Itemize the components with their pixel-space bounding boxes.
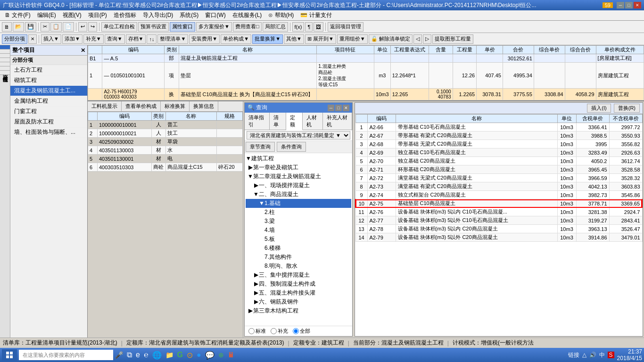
toolbar-local-summary[interactable]: 局部汇总: [263, 22, 288, 32]
tree-node-rebar[interactable]: ▶六、钢筋及钢件: [246, 297, 351, 306]
sidebar-item-earthwork[interactable]: 土石方工程: [10, 65, 87, 75]
province-select[interactable]: 湖北省房屋建筑与装饰工程:消耗量定 ▼: [247, 131, 350, 140]
tab-quota[interactable]: 定额: [286, 113, 303, 130]
mat-row[interactable]: 21000000010021人技工: [88, 129, 243, 138]
toolbar-redo[interactable]: ↪: [88, 22, 97, 32]
toolbar2-supplement[interactable]: 补充▼: [83, 34, 104, 44]
tab-chapter-search[interactable]: 章节查询: [246, 142, 275, 152]
menu-file[interactable]: 🗎 文件(F): [2, 10, 33, 20]
tab-replace-info[interactable]: 换算信息: [190, 101, 218, 111]
tree-node-ch2[interactable]: ▼第二章混凝土及钢筋混凝土: [246, 172, 351, 181]
tab-list[interactable]: 清单: [270, 113, 286, 130]
toolbar-undo[interactable]: ↩: [78, 22, 87, 32]
taskbar-blue-icon[interactable]: ●: [197, 351, 201, 359]
result-row[interactable]: 4 A2-69 独立基础 C10毛石商品混凝土 10m3 3283.49 292…: [355, 148, 642, 157]
toolbar2-unlock[interactable]: 🔓 解除清单锁定: [369, 34, 413, 44]
tree-node-joint-grouting[interactable]: ▶五、混凝土构件接头灌: [246, 288, 351, 297]
tree-node-beam[interactable]: 3.梁: [246, 217, 351, 226]
toolbar2-query[interactable]: 查询▼: [105, 34, 125, 44]
result-row[interactable]: 3 A2-68 带形基础 无梁式 C20商品混凝土 10m3 3995 3556…: [355, 140, 642, 148]
radio-all[interactable]: [293, 328, 299, 334]
panel-close-btn[interactable]: ✕: [343, 105, 349, 111]
toolbar2-other[interactable]: 其他▼: [284, 34, 304, 44]
toolbar2-sort[interactable]: ↑↓: [147, 34, 157, 44]
menu-online[interactable]: 在线服务(L): [230, 10, 265, 20]
menu-payment[interactable]: 💳 计量支付: [297, 10, 334, 20]
toolbar2-arrange[interactable]: 整理清单▼: [157, 34, 188, 44]
menu-project[interactable]: 项目(P): [85, 10, 110, 20]
radio-standard-label[interactable]: 标准: [248, 328, 266, 335]
toolbar-copy[interactable]: 📋: [50, 22, 62, 32]
toolbar-para[interactable]: ¶: [305, 22, 313, 32]
sidebar-item-metal[interactable]: 金属结构工程: [10, 96, 87, 107]
toolbar-cut[interactable]: ✂: [41, 22, 50, 32]
close-button[interactable]: ✕: [634, 2, 641, 8]
toolbar-image[interactable]: 🖼: [314, 22, 323, 32]
panel-maximize-btn[interactable]: □: [335, 105, 342, 111]
panel-minimize-btn[interactable]: ─: [328, 105, 334, 111]
toolbar2-archive[interactable]: 存档▼: [126, 34, 146, 44]
mat-row[interactable]: 6400303510303商砼商品混凝土C15碎石20: [88, 163, 243, 172]
taskbar-folder-icon[interactable]: 📁: [165, 351, 173, 359]
toolbar-save[interactable]: 💾: [25, 22, 36, 32]
table-row[interactable]: A2-75 H600179010003 400303 换 基础垫层 C10商品混…: [88, 89, 644, 100]
sidebar-close-icon[interactable]: ✕: [81, 47, 85, 54]
taskbar-green-icon[interactable]: ⊕: [218, 351, 224, 359]
toolbar2-next[interactable]: ▷: [423, 34, 431, 44]
menu-system[interactable]: 系统(S): [177, 10, 201, 20]
mat-row[interactable]: 3402509030002材草袋: [88, 138, 243, 146]
sidebar-vert-fees[interactable]: 费用汇总: [0, 62, 10, 66]
toolbar2-close[interactable]: ✕: [28, 34, 37, 44]
toolbar-property-window[interactable]: 属性窗口: [170, 22, 195, 32]
result-row[interactable]: 11 A2-76 设备基础 块体积(m3) 5以内 C10毛石商品混凝... 1…: [355, 208, 642, 216]
mat-row[interactable]: 4403501130003材水: [88, 146, 243, 155]
result-row[interactable]: 7 A2-72 满堂基础 无梁式 C20商品混凝土 10m3 3966.59 3…: [355, 174, 642, 182]
tree-node-ditch[interactable]: 8.明沟、散水: [246, 262, 351, 271]
sidebar-vert-measures[interactable]: 措施项目: [0, 49, 10, 54]
toolbar2-section-items[interactable]: 分部分项: [2, 34, 27, 44]
radio-standard[interactable]: [248, 328, 255, 334]
radio-supplement-label[interactable]: 补充: [271, 328, 288, 335]
toolbar2-install-fee[interactable]: 安装费用▼: [189, 34, 220, 44]
tab-condition-search[interactable]: 条件查询: [277, 142, 306, 152]
taskbar-mic-icon[interactable]: 🎤: [115, 351, 123, 359]
toolbar-budget-setting[interactable]: 预算书设置: [138, 22, 169, 32]
toolbar2-batch-calc[interactable]: 批量换算▼: [252, 34, 283, 44]
table-row[interactable]: B1 — A.5 部 混凝土及钢筋混凝土工程 301252.61 [房屋: [88, 54, 644, 63]
tree-node-foundation[interactable]: ▼1.基础: [246, 199, 351, 208]
taskbar-chat-icon[interactable]: 💬: [205, 351, 215, 360]
menu-help[interactable]: ⊙ 帮助(H): [265, 10, 297, 20]
result-row[interactable]: 5 A2-70 独立基础 C20商品混凝土 10m3 4050.2 3612.7…: [355, 157, 642, 165]
result-row[interactable]: 12 A2-77 设备基础 块体积(m3) 5以外 C10毛石商品混凝土 10m…: [355, 216, 642, 225]
sidebar-item-masonry[interactable]: 砌筑工程: [10, 75, 87, 86]
menu-import-export[interactable]: 导入导出(D): [140, 10, 176, 20]
tab-list-guide[interactable]: 清单指引: [245, 113, 270, 130]
toolbar-return-project[interactable]: 返回项目管理: [328, 22, 363, 32]
taskbar-s-icon[interactable]: S: [608, 352, 614, 358]
result-row[interactable]: 8 A2-73 满堂基础 有梁式 C20商品混凝土 10m3 4042.13 3…: [355, 182, 642, 191]
tree-node-ch1[interactable]: ▶第一章砼及砌筑工: [246, 163, 351, 172]
sidebar-item-doors[interactable]: 门窗工程: [10, 107, 87, 117]
toolbar-multi-plan[interactable]: 多方案报价▼: [196, 22, 232, 32]
tree-node-ch3[interactable]: ▶第三章木结构工程: [246, 306, 351, 315]
tree-node-construction[interactable]: ▼建筑工程: [246, 154, 351, 163]
sidebar-item-roofing[interactable]: 屋面及防水工程: [10, 117, 87, 127]
result-row[interactable]: 1 A2-66 带形基础 C10毛石商品混凝土 10m3 3366.41 299…: [355, 123, 642, 132]
toolbar2-prev[interactable]: ◁: [413, 34, 422, 44]
result-row[interactable]: 2 A2-67 带形基础 有梁式 C20商品混凝土 10m3 3988.5 35…: [355, 132, 642, 140]
replace-button[interactable]: 普换(R): [614, 104, 640, 113]
tree-node-wall[interactable]: 4.墙: [246, 226, 351, 235]
table-row[interactable]: 1 — 010501001001 项 垫层 1.混凝土种类商品砼2.混凝土强度等…: [88, 63, 644, 89]
taskbar-ie-icon[interactable]: 🌐: [152, 351, 162, 360]
tree-node-precast-members[interactable]: ▶四、预制混凝土构件成: [246, 280, 351, 288]
mat-row[interactable]: 5403501130001材电: [88, 155, 243, 163]
taskbar-start-button[interactable]: [2, 349, 17, 361]
toolbar-fx[interactable]: f(x): [292, 22, 305, 32]
menu-price-index[interactable]: 造价指标: [111, 10, 139, 20]
toolbar-new[interactable]: 🗎: [2, 22, 12, 32]
toolbar2-insert[interactable]: 插入▼: [41, 34, 61, 44]
taskbar-edge-icon[interactable]: e: [136, 351, 140, 359]
taskbar-task-view[interactable]: ⧉: [127, 351, 132, 359]
radio-all-label[interactable]: 全部: [293, 328, 310, 335]
toolbar-paste[interactable]: 📄: [63, 22, 74, 32]
